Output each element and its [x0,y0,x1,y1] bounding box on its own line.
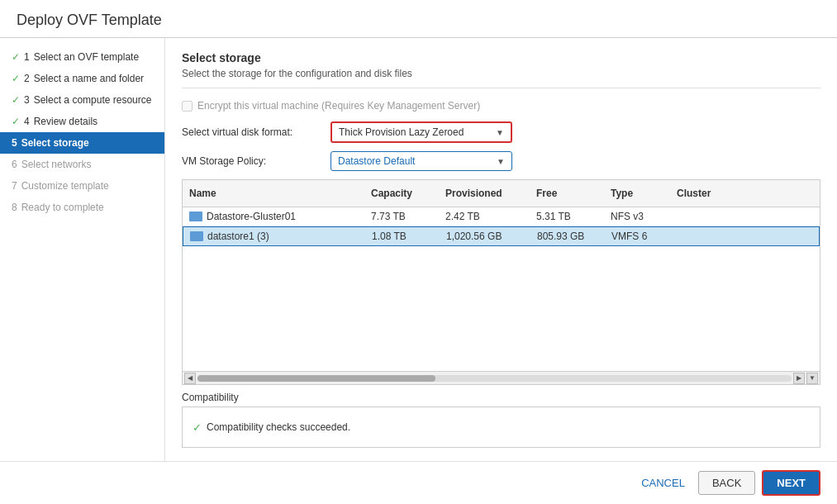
sidebar-item-step8[interactable]: 8 Ready to complete [0,197,164,218]
compat-message: Compatibility checks succeeded. [207,421,350,433]
storage-policy-value: Datastore Default [338,155,415,167]
sidebar-item-step4[interactable]: ✓ 4 Review details [0,111,164,132]
sidebar-item-num-3: 3 [24,94,30,106]
check-icon-1: ✓ [12,51,20,63]
scroll-left-arrow[interactable]: ◀ [184,373,196,384]
horizontal-scrollbar[interactable]: ◀ ▶ ▼ [183,371,820,384]
row2-name: datastore1 (3) [183,227,365,245]
scroll-right-arrow[interactable]: ▶ [793,373,805,384]
dialog-footer: CANCEL BACK NEXT [0,461,837,504]
disk-format-dropdown[interactable]: Thick Provision Lazy Zeroed ▼ [331,121,512,143]
sidebar-item-step1[interactable]: ✓ 1 Select an OVF template [0,46,164,68]
row2-type: VMFS 6 [605,227,671,245]
compatibility-box: ✓ Compatibility checks succeeded. [182,407,820,448]
row1-name: Datastore-Gluster01 [183,207,364,226]
scrollbar-track[interactable] [197,375,792,382]
row1-free: 5.31 TB [530,207,604,226]
storage-policy-label: VM Storage Policy: [182,155,331,167]
sidebar-item-text-5: Select storage [21,137,89,149]
row2-free: 805.93 GB [530,227,605,245]
datastore-icon-1 [189,212,202,221]
sidebar-item-num-5: 5 [12,137,17,149]
compatibility-label: Compatibility [182,392,820,403]
table-row[interactable]: Datastore-Gluster01 7.73 TB 2.42 TB 5.31… [183,207,820,226]
sidebar-item-num-2: 2 [24,73,30,84]
row2-provisioned: 1,020.56 GB [440,227,530,245]
section-title: Select storage [182,51,820,64]
disk-format-row: Select virtual disk format: Thick Provis… [182,121,820,143]
datastore-icon-2 [190,231,203,241]
col-provisioned: Provisioned [439,184,530,202]
dropdown-arrow-policy: ▼ [497,157,505,166]
dropdown-arrow-disk: ▼ [496,128,504,137]
storage-policy-row: VM Storage Policy: Datastore Default ▼ [182,151,820,171]
disk-format-label: Select virtual disk format: [182,126,331,138]
check-icon-2: ✓ [12,73,20,84]
table-rows: Datastore-Gluster01 7.73 TB 2.42 TB 5.31… [183,207,820,371]
sidebar-item-num-8: 8 [12,202,17,213]
sidebar: ✓ 1 Select an OVF template ✓ 2 Select a … [0,38,165,461]
sidebar-item-step2[interactable]: ✓ 2 Select a name and folder [0,68,164,89]
sidebar-item-text-1: Select an OVF template [34,51,139,63]
sidebar-item-text-8: Ready to complete [21,202,104,213]
compatibility-section: Compatibility ✓ Compatibility checks suc… [182,392,820,448]
storage-policy-dropdown[interactable]: Datastore Default ▼ [331,151,512,171]
col-name: Name [183,184,364,202]
datastore-table: Name Capacity Provisioned Free Type Clus… [182,179,820,385]
encrypt-checkbox[interactable] [182,101,193,112]
encrypt-label: Encrypt this virtual machine (Requires K… [197,100,480,112]
col-capacity: Capacity [364,184,439,202]
sidebar-item-step5[interactable]: 5 Select storage [0,132,164,154]
sidebar-item-num-7: 7 [12,180,17,192]
sidebar-item-step7[interactable]: 7 Customize template [0,175,164,197]
row2-cluster [671,227,754,245]
scroll-down-arrow[interactable]: ▼ [806,373,818,384]
col-free: Free [530,184,604,202]
col-extra [753,184,820,202]
dialog-body: ✓ 1 Select an OVF template ✓ 2 Select a … [0,38,837,461]
row2-extra [754,227,819,245]
row1-provisioned: 2.42 TB [439,207,530,226]
sidebar-item-num-4: 4 [24,116,30,127]
row1-type: NFS v3 [604,207,670,226]
check-icon-3: ✓ [12,94,20,106]
section-subtitle: Select the storage for the configuration… [182,68,820,88]
next-button[interactable]: NEXT [762,470,820,496]
row2-capacity: 1.08 TB [365,227,440,245]
back-button[interactable]: BACK [698,471,755,495]
table-header: Name Capacity Provisioned Free Type Clus… [183,180,820,207]
sidebar-item-text-4: Review details [34,116,97,127]
dialog-title: Deploy OVF Template [0,0,837,38]
sidebar-item-text-6: Select networks [21,159,92,170]
sidebar-item-label-1: 1 [24,51,30,63]
check-icon-4: ✓ [12,116,20,127]
sidebar-item-step3[interactable]: ✓ 3 Select a compute resource [0,89,164,111]
sidebar-item-step6[interactable]: 6 Select networks [0,154,164,175]
row1-extra [753,207,820,226]
encrypt-row: Encrypt this virtual machine (Requires K… [182,100,820,112]
main-content: Select storage Select the storage for th… [165,38,837,461]
cancel-button[interactable]: CANCEL [635,472,692,494]
compat-check-icon: ✓ [193,421,202,434]
sidebar-item-text-2: Select a name and folder [34,73,144,84]
sidebar-item-num-6: 6 [12,159,17,170]
sidebar-item-text-3: Select a compute resource [34,94,152,106]
scrollbar-thumb[interactable] [197,375,435,382]
col-type: Type [604,184,670,202]
disk-format-value: Thick Provision Lazy Zeroed [339,126,464,138]
row1-cluster [670,207,753,226]
sidebar-item-text-7: Customize template [21,180,109,192]
row1-capacity: 7.73 TB [364,207,439,226]
col-cluster: Cluster [670,184,753,202]
deploy-ovf-dialog: Deploy OVF Template ✓ 1 Select an OVF te… [0,0,837,504]
table-row[interactable]: datastore1 (3) 1.08 TB 1,020.56 GB 805.9… [183,226,820,246]
